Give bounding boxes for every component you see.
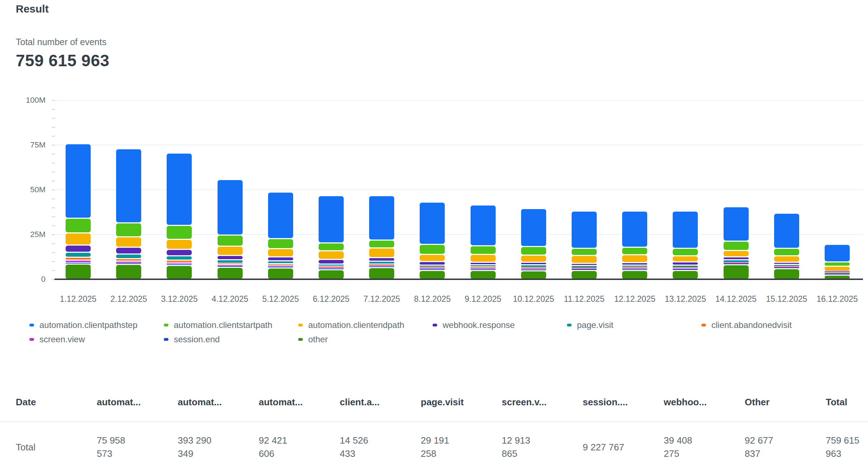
bar-segment-session.end[interactable] <box>116 263 141 264</box>
bar-segment-page.visit[interactable] <box>369 262 394 264</box>
bar-segment-client.abandonedvisit[interactable] <box>319 266 344 267</box>
bar-segment-automation.clientpathstep[interactable] <box>369 196 394 240</box>
legend-item-screen.view[interactable]: screen.view <box>29 332 164 347</box>
bar-segment-other[interactable] <box>724 265 749 279</box>
bar-segment-page.visit[interactable] <box>66 253 91 257</box>
bar-segment-webhook.response[interactable] <box>622 263 647 265</box>
bar-segment-webhook.response[interactable] <box>66 246 91 252</box>
legend-item-other[interactable]: other <box>298 332 433 347</box>
bar-segment-automation.clientpathstep[interactable] <box>319 196 344 243</box>
bar-segment-client.abandonedvisit[interactable] <box>521 267 546 268</box>
bar-segment-automation.clientstartpath[interactable] <box>319 243 344 250</box>
bar-segment-webhook.response[interactable] <box>673 262 698 265</box>
bar-segment-webhook.response[interactable] <box>774 263 799 264</box>
bar-segment-session.end[interactable] <box>369 266 394 267</box>
bar-segment-screen.view[interactable] <box>319 267 344 268</box>
bar-segment-client.abandonedvisit[interactable] <box>572 267 597 268</box>
bar-segment-other[interactable] <box>369 268 394 279</box>
bar-segment-screen.view[interactable] <box>521 269 546 269</box>
legend-item-automation.clientendpath[interactable]: automation.clientendpath <box>298 318 433 332</box>
bar-segment-session.end[interactable] <box>167 264 192 265</box>
bar-segment-automation.clientstartpath[interactable] <box>116 223 141 236</box>
bar-segment-automation.clientstartpath[interactable] <box>420 245 445 254</box>
bar-segment-automation.clientpathstep[interactable] <box>622 212 647 247</box>
legend-item-automation.clientpathstep[interactable]: automation.clientpathstep <box>29 318 164 332</box>
bar-segment-other[interactable] <box>66 265 91 279</box>
bar-segment-automation.clientstartpath[interactable] <box>167 226 192 239</box>
bar-segment-page.visit[interactable] <box>724 260 749 262</box>
bar-segment-automation.clientstartpath[interactable] <box>673 249 698 255</box>
bar-segment-page.visit[interactable] <box>167 256 192 260</box>
bar-segment-other[interactable] <box>116 265 141 279</box>
bar-segment-automation.clientpathstep[interactable] <box>167 154 192 225</box>
bar-segment-client.abandonedvisit[interactable] <box>116 259 141 261</box>
bar-segment-automation.clientstartpath[interactable] <box>521 247 546 255</box>
bar-segment-automation.clientpathstep[interactable] <box>521 209 546 246</box>
bar-segment-session.end[interactable] <box>521 270 546 270</box>
bar-segment-automation.clientpathstep[interactable] <box>673 212 698 248</box>
bar-segment-other[interactable] <box>521 271 546 279</box>
bar-segment-page.visit[interactable] <box>319 265 344 266</box>
bar-segment-session.end[interactable] <box>774 267 799 268</box>
bar-segment-client.abandonedvisit[interactable] <box>774 266 799 266</box>
bar-segment-session.end[interactable] <box>572 269 597 270</box>
bar-segment-client.abandonedvisit[interactable] <box>218 264 243 264</box>
bar-segment-automation.clientpathstep[interactable] <box>471 206 496 245</box>
bar-segment-page.visit[interactable] <box>673 266 698 267</box>
bar-segment-page.visit[interactable] <box>471 265 496 267</box>
bar-segment-session.end[interactable] <box>218 266 243 267</box>
bar-segment-screen.view[interactable] <box>673 269 698 269</box>
legend-item-page.visit[interactable]: page.visit <box>567 318 701 332</box>
bar-segment-page.visit[interactable] <box>572 266 597 267</box>
bar-segment-webhook.response[interactable] <box>116 248 141 253</box>
bar-segment-screen.view[interactable] <box>724 263 749 264</box>
bar-segment-client.abandonedvisit[interactable] <box>369 264 394 265</box>
bar-segment-page.visit[interactable] <box>268 261 293 264</box>
bar-segment-webhook.response[interactable] <box>572 264 597 265</box>
bar-segment-automation.clientpathstep[interactable] <box>116 149 141 223</box>
bar-segment-automation.clientendpath[interactable] <box>825 267 850 271</box>
bar-segment-automation.clientstartpath[interactable] <box>369 241 394 247</box>
bar-segment-automation.clientendpath[interactable] <box>521 256 546 262</box>
bar-segment-client.abandonedvisit[interactable] <box>167 261 192 262</box>
bar-segment-automation.clientendpath[interactable] <box>268 249 293 256</box>
bar-segment-screen.view[interactable] <box>369 265 394 266</box>
bar-segment-other[interactable] <box>218 268 243 279</box>
bar-segment-automation.clientpathstep[interactable] <box>66 144 91 218</box>
bar-segment-page.visit[interactable] <box>218 260 243 263</box>
bar-segment-client.abandonedvisit[interactable] <box>673 267 698 268</box>
bar-segment-automation.clientendpath[interactable] <box>774 256 799 262</box>
bar-segment-webhook.response[interactable] <box>369 258 394 261</box>
bar-segment-screen.view[interactable] <box>622 268 647 269</box>
bar-segment-screen.view[interactable] <box>66 261 91 262</box>
bar-segment-automation.clientendpath[interactable] <box>66 233 91 245</box>
bar-segment-automation.clientstartpath[interactable] <box>724 242 749 250</box>
bar-segment-automation.clientstartpath[interactable] <box>774 249 799 255</box>
bar-segment-automation.clientendpath[interactable] <box>319 251 344 259</box>
bar-segment-session.end[interactable] <box>471 269 496 270</box>
bar-segment-webhook.response[interactable] <box>521 263 546 265</box>
bar-segment-automation.clientstartpath[interactable] <box>66 219 91 232</box>
bar-segment-client.abandonedvisit[interactable] <box>420 267 445 268</box>
legend-item-session.end[interactable]: session.end <box>164 332 298 347</box>
bar-segment-automation.clientendpath[interactable] <box>622 255 647 262</box>
bar-segment-other[interactable] <box>673 271 698 279</box>
bar-segment-other[interactable] <box>774 269 799 279</box>
bar-segment-webhook.response[interactable] <box>319 260 344 264</box>
bar-segment-page.visit[interactable] <box>116 255 141 258</box>
bar-segment-automation.clientendpath[interactable] <box>218 247 243 255</box>
bar-segment-screen.view[interactable] <box>572 269 597 269</box>
bar-segment-session.end[interactable] <box>673 269 698 270</box>
bar-segment-screen.view[interactable] <box>218 265 243 266</box>
legend-item-automation.clientstartpath[interactable]: automation.clientstartpath <box>164 318 298 332</box>
legend-item-webhook.response[interactable]: webhook.response <box>433 318 567 332</box>
bar-segment-automation.clientstartpath[interactable] <box>572 249 597 255</box>
bar-segment-automation.clientpathstep[interactable] <box>218 180 243 235</box>
bar-segment-session.end[interactable] <box>319 269 344 269</box>
bar-segment-screen.view[interactable] <box>167 263 192 264</box>
bar-segment-automation.clientstartpath[interactable] <box>268 239 293 248</box>
bar-segment-client.abandonedvisit[interactable] <box>66 258 91 260</box>
bar-segment-automation.clientpathstep[interactable] <box>572 212 597 248</box>
bar-segment-automation.clientendpath[interactable] <box>471 255 496 262</box>
bar-segment-automation.clientendpath[interactable] <box>167 240 192 249</box>
